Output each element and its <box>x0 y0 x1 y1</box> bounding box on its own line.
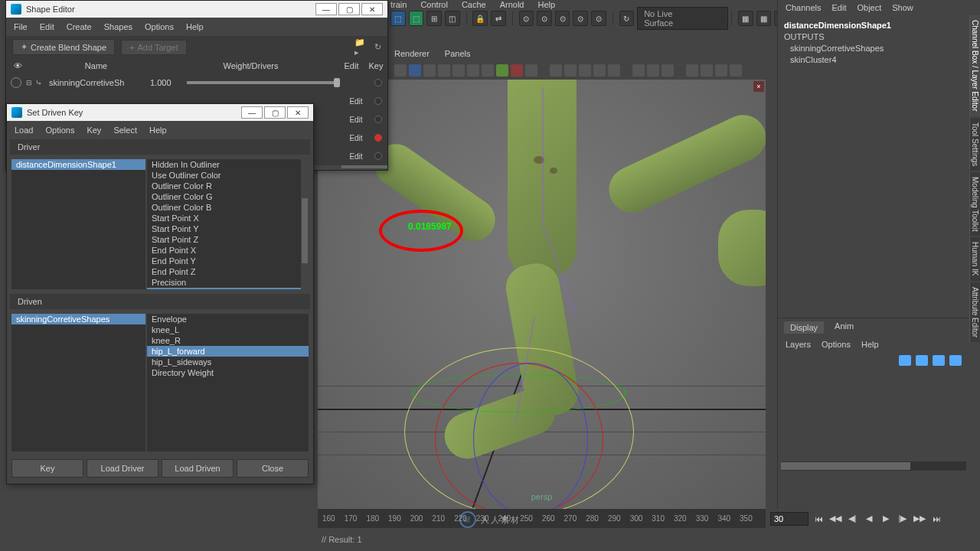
load-driver-button[interactable]: Load Driver <box>87 459 158 478</box>
driver-attr-item[interactable]: Start Point Z <box>147 234 309 245</box>
sdk-menu-help[interactable]: Help <box>149 126 167 135</box>
se-menu-shapes[interactable]: Shapes <box>104 22 132 31</box>
vp-tool-icon[interactable] <box>564 64 577 77</box>
se-menu-file[interactable]: File <box>14 22 28 31</box>
layer-add-icon[interactable] <box>933 355 945 366</box>
driver-attr-item[interactable]: Outliner Color B <box>147 202 309 213</box>
lock-icon[interactable]: 🔒 <box>472 11 488 26</box>
vp-tool-icon[interactable] <box>511 64 523 77</box>
driver-attr-item[interactable]: Distance <box>147 288 309 289</box>
key-indicator[interactable] <box>374 116 382 123</box>
row-edit[interactable]: Edit <box>343 116 369 124</box>
sdk-menu-load[interactable]: Load <box>15 126 33 135</box>
key-button[interactable]: Key <box>11 459 83 478</box>
se-menu-options[interactable]: Options <box>145 22 174 31</box>
driver-attr-item[interactable]: Start Point X <box>147 213 309 223</box>
row-name[interactable]: skinningCorretiveSh <box>49 78 150 87</box>
maximize-icon[interactable]: ▢ <box>264 106 286 119</box>
driven-attr-item[interactable]: hip_L_sideways <box>147 357 309 367</box>
render-icon[interactable]: ▦ <box>738 11 753 26</box>
load-driven-button[interactable]: Load Driven <box>162 459 234 478</box>
vp-tool-icon[interactable] <box>467 64 479 77</box>
cb-node-name[interactable]: distanceDimensionShape1 <box>784 20 974 31</box>
driver-attr-item[interactable]: End Point Z <box>147 266 309 277</box>
layer-add-icon[interactable] <box>899 355 911 366</box>
vp-tool-icon[interactable] <box>715 64 727 77</box>
key-indicator[interactable] <box>374 79 382 86</box>
tab-channel-box[interactable]: Channel Box / Layer Editor <box>969 15 980 116</box>
create-blend-shape-button[interactable]: ✦Create Blend Shape <box>12 39 115 55</box>
magnet-icon[interactable]: ⊙ <box>591 11 606 26</box>
layer-add-icon[interactable] <box>949 355 962 366</box>
weight-slider[interactable] <box>187 81 337 84</box>
vp-tool-icon[interactable] <box>647 64 659 77</box>
key-indicator[interactable] <box>374 134 382 142</box>
driven-attr-item[interactable]: hip_L_forward <box>147 346 309 357</box>
add-target-button[interactable]: +Add Target <box>121 40 186 55</box>
vp-tool-icon[interactable] <box>394 64 407 77</box>
vp-tool-icon[interactable] <box>686 64 698 77</box>
blend-shape-row[interactable]: ⊟ ⤷ skinningCorretiveSh 1.000 <box>6 73 387 92</box>
layer-menu-help[interactable]: Help <box>861 340 879 349</box>
sdk-menu-options[interactable]: Options <box>45 126 74 135</box>
tab-attribute-editor[interactable]: Attribute Editor <box>969 282 980 342</box>
se-menu-edit[interactable]: Edit <box>40 22 54 31</box>
key-back-icon[interactable]: ◀| <box>845 513 859 525</box>
shelf-icon[interactable]: ⬚ <box>409 11 424 26</box>
sdk-menu-key[interactable]: Key <box>87 126 101 135</box>
layer-tab-anim[interactable]: Anim <box>835 321 854 334</box>
layer-menu-options[interactable]: Options <box>822 340 851 349</box>
driver-attr-item[interactable]: Outliner Color R <box>147 181 309 191</box>
magnet-icon[interactable]: ⊙ <box>537 11 552 26</box>
tab-tool-settings[interactable]: Tool Settings <box>969 118 980 171</box>
driven-attr-list[interactable]: Envelopeknee_Lknee_Rhip_L_forwardhip_L_s… <box>147 314 309 452</box>
go-start-icon[interactable]: ⏮ <box>812 513 825 525</box>
layer-menu-layers[interactable]: Layers <box>786 340 811 349</box>
vp-tool-icon[interactable] <box>496 64 508 77</box>
driver-attr-item[interactable]: Precision <box>147 277 309 288</box>
driven-object[interactable]: skinningCorretiveShapes <box>11 314 145 324</box>
cb-menu-show[interactable]: Show <box>892 3 913 12</box>
tab-human-ik[interactable]: Human IK <box>969 237 980 280</box>
play-back-icon[interactable]: ◀ <box>862 513 876 525</box>
minimize-icon[interactable]: — <box>241 106 263 119</box>
vp-tool-icon[interactable] <box>525 64 537 77</box>
close-icon[interactable]: ✕ <box>287 106 309 119</box>
sdk-titlebar[interactable]: Set Driven Key — ▢ ✕ <box>7 104 313 121</box>
vp-tool-icon[interactable] <box>608 64 620 77</box>
driver-object[interactable]: distanceDimensionShape1 <box>11 159 145 170</box>
shelf-icon[interactable]: ⊞ <box>426 11 442 26</box>
refresh-icon[interactable]: ↻ <box>619 11 635 26</box>
cb-output-node[interactable]: skinCluster4 <box>784 54 974 66</box>
row-edit[interactable]: Edit <box>343 97 369 106</box>
cb-menu-edit[interactable]: Edit <box>831 3 846 12</box>
layer-tab-display[interactable]: Display <box>784 321 824 334</box>
close-icon[interactable]: ✕ <box>361 3 383 15</box>
shape-editor-titlebar[interactable]: Shape Editor — ▢ ✕ <box>6 1 387 18</box>
vp-tool-icon[interactable] <box>730 64 742 77</box>
folder-icon[interactable]: 📁▸ <box>354 41 368 54</box>
menu-item-control[interactable]: Control <box>420 0 447 9</box>
panel-menu-renderer[interactable]: Renderer <box>394 49 430 58</box>
cb-menu-object[interactable]: Object <box>857 3 881 12</box>
current-frame-field[interactable] <box>770 512 808 526</box>
vp-tool-icon[interactable] <box>550 64 562 77</box>
driver-attr-item[interactable]: End Point X <box>147 245 309 256</box>
magnet-icon[interactable]: ⊙ <box>555 11 570 26</box>
play-forward-icon[interactable]: ▶ <box>879 513 893 525</box>
visibility-column[interactable]: 👁 <box>6 61 29 70</box>
layer-add-icon[interactable] <box>916 355 928 366</box>
driver-attr-item[interactable]: Hidden In Outliner <box>147 159 309 170</box>
cb-output-node[interactable]: skinningCorretiveShapes <box>784 43 974 54</box>
visibility-toggle[interactable] <box>11 77 21 88</box>
vp-tool-icon[interactable] <box>452 64 465 77</box>
driver-attr-item[interactable]: Outliner Color G <box>147 191 309 202</box>
driven-attr-item[interactable]: knee_L <box>147 324 309 335</box>
menu-item-help[interactable]: Help <box>537 0 555 9</box>
refresh-icon[interactable]: ↻ <box>374 42 381 52</box>
vp-tool-icon[interactable] <box>579 64 591 77</box>
close-button[interactable]: Close <box>237 459 309 478</box>
key-indicator[interactable] <box>374 152 382 160</box>
magnet-icon[interactable]: ⊙ <box>519 11 534 26</box>
key-indicator[interactable] <box>374 97 382 105</box>
